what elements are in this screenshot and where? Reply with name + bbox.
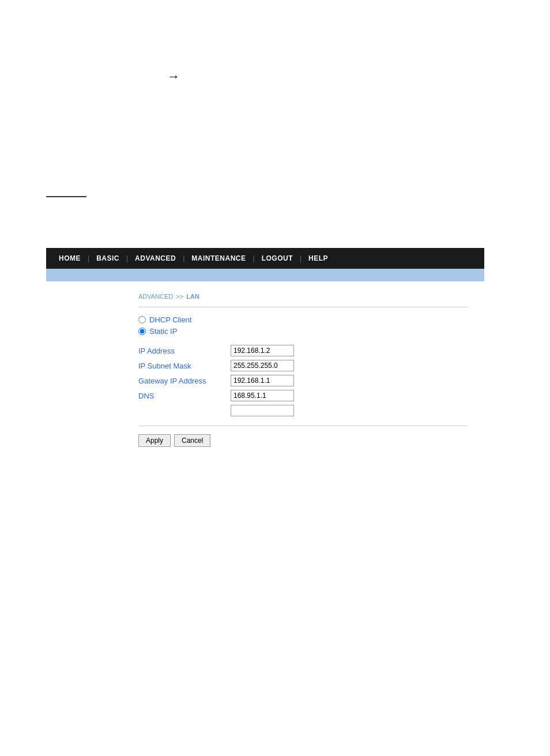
dns-input-2[interactable] bbox=[231, 405, 294, 416]
dns-second-row bbox=[231, 405, 467, 416]
nav-advanced[interactable]: ADVANCED bbox=[128, 254, 183, 262]
gateway-ip-row: Gateway IP Address bbox=[138, 375, 467, 386]
static-ip-option[interactable]: Static IP bbox=[138, 327, 467, 336]
dns-input-1[interactable] bbox=[231, 390, 294, 401]
gateway-ip-input[interactable] bbox=[231, 375, 294, 386]
top-divider bbox=[138, 307, 467, 307]
ip-address-input[interactable] bbox=[231, 345, 294, 356]
bottom-divider bbox=[138, 426, 467, 426]
nav-logout[interactable]: LOGOUT bbox=[255, 254, 300, 262]
dns-label: DNS bbox=[138, 392, 231, 400]
dns-row: DNS bbox=[138, 390, 467, 401]
nav-basic[interactable]: BASIC bbox=[89, 254, 126, 262]
subnet-mask-input[interactable] bbox=[231, 360, 294, 371]
action-buttons: Apply Cancel bbox=[138, 434, 467, 447]
nav-home[interactable]: HOME bbox=[52, 254, 88, 262]
navbar: HOME | BASIC | ADVANCED | MAINTENANCE | … bbox=[46, 248, 484, 269]
dhcp-client-option[interactable]: DHCP Client bbox=[138, 315, 467, 324]
section-divider bbox=[46, 196, 86, 197]
breadcrumb-advanced[interactable]: ADVANCED bbox=[138, 293, 173, 300]
dhcp-client-radio[interactable] bbox=[138, 316, 146, 324]
content-area: ADVANCED >> LAN DHCP Client Static IP IP… bbox=[46, 281, 484, 464]
breadcrumb-lan: LAN bbox=[186, 293, 199, 300]
subnet-mask-label: IP Subnet Mask bbox=[138, 362, 231, 370]
gateway-ip-label: Gateway IP Address bbox=[138, 377, 231, 385]
ip-address-label: IP Address bbox=[138, 347, 231, 355]
arrow-icon: → bbox=[167, 69, 180, 84]
ip-mode-group: DHCP Client Static IP bbox=[138, 315, 467, 336]
blue-bar bbox=[46, 269, 484, 281]
breadcrumb-separator: >> bbox=[174, 293, 185, 300]
nav-help[interactable]: HELP bbox=[302, 254, 335, 262]
nav-maintenance[interactable]: MAINTENANCE bbox=[184, 254, 253, 262]
network-form: IP Address IP Subnet Mask Gateway IP Add… bbox=[138, 345, 467, 416]
router-ui-panel: HOME | BASIC | ADVANCED | MAINTENANCE | … bbox=[46, 248, 484, 464]
ip-address-row: IP Address bbox=[138, 345, 467, 356]
dhcp-client-label: DHCP Client bbox=[149, 315, 191, 324]
cancel-button[interactable]: Cancel bbox=[174, 434, 210, 447]
breadcrumb: ADVANCED >> LAN bbox=[138, 293, 467, 300]
apply-button[interactable]: Apply bbox=[138, 434, 171, 447]
static-ip-radio[interactable] bbox=[138, 328, 146, 335]
static-ip-label: Static IP bbox=[149, 327, 177, 336]
subnet-mask-row: IP Subnet Mask bbox=[138, 360, 467, 371]
